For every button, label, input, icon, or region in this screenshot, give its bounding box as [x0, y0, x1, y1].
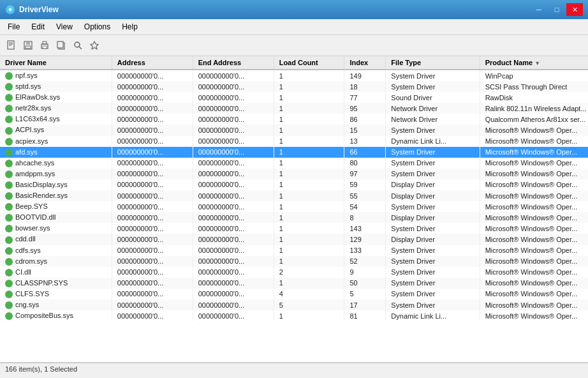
- menu-file[interactable]: File: [3, 20, 25, 33]
- table-row[interactable]: CLASSPNP.SYS000000000'0...000000000'0...…: [0, 278, 588, 289]
- menu-help[interactable]: Help: [117, 20, 143, 33]
- cell-loadCount: 1: [274, 223, 344, 234]
- cell-productName: Microsoft® Windows® Oper...: [480, 201, 588, 212]
- table-row[interactable]: BOOTVID.dll000000000'0...000000000'0...1…: [0, 212, 588, 223]
- col-header-product-name[interactable]: Product Name ▼: [480, 56, 588, 70]
- app-icon: [5, 4, 15, 15]
- cell-index: 95: [344, 103, 386, 114]
- cell-loadCount: 5: [274, 299, 344, 310]
- cell-endAddress: 000000000'0...: [193, 310, 274, 321]
- col-header-end-address[interactable]: End Address: [193, 56, 274, 70]
- cell-index: 8: [344, 212, 386, 223]
- maximize-button[interactable]: □: [548, 3, 565, 16]
- cell-productName: Microsoft® Windows® Oper...: [480, 234, 588, 245]
- row-status-icon: [5, 181, 13, 189]
- cell-address: 000000000'0...: [112, 299, 193, 310]
- col-header-load-count[interactable]: Load Count: [274, 56, 344, 70]
- table-row[interactable]: L1C63x64.sys000000000'0...000000000'0...…: [0, 114, 588, 125]
- cell-index: 81: [344, 310, 386, 321]
- toolbar-star[interactable]: [87, 38, 102, 53]
- cell-name: ACPI.sys: [0, 125, 112, 135]
- toolbar-save[interactable]: [20, 38, 36, 53]
- cell-address: 000000000'0...: [112, 169, 193, 179]
- cell-name: L1C63x64.sys: [0, 114, 112, 125]
- menu-edit[interactable]: Edit: [26, 20, 50, 33]
- toolbar-copy[interactable]: [54, 38, 69, 53]
- table-row[interactable]: BasicRender.sys000000000'0...000000000'0…: [0, 190, 588, 201]
- toolbar-search[interactable]: [70, 38, 85, 53]
- cell-index: 13: [344, 136, 386, 147]
- table-row[interactable]: bowser.sys000000000'0...000000000'0...11…: [0, 223, 588, 234]
- cell-address: 000000000'0...: [112, 158, 193, 169]
- table-row[interactable]: cdrom.sys000000000'0...000000000'0...152…: [0, 256, 588, 267]
- cell-endAddress: 000000000'0...: [193, 212, 274, 223]
- cell-index: 97: [344, 169, 386, 179]
- cell-name: CLFS.SYS: [0, 289, 112, 299]
- table-container[interactable]: Driver Name Address End Address Load Cou…: [0, 56, 588, 363]
- cell-loadCount: 1: [274, 179, 344, 190]
- cell-address: 000000000'0...: [112, 234, 193, 245]
- row-status-icon: [5, 149, 13, 156]
- cell-fileType: System Driver: [386, 256, 480, 267]
- cell-fileType: System Driver: [386, 125, 480, 135]
- cell-name: CLASSPNP.SYS: [0, 278, 112, 289]
- row-status-icon: [5, 225, 13, 232]
- row-status-icon: [5, 280, 13, 287]
- table-row[interactable]: sptd.sys000000000'0...000000000'0...118S…: [0, 81, 588, 92]
- col-header-index[interactable]: Index: [344, 56, 386, 70]
- row-status-icon: [5, 127, 13, 135]
- title-bar: DriverView ─ □ ✕: [0, 0, 588, 19]
- table-row[interactable]: CI.dll000000000'0...000000000'0...29Syst…: [0, 267, 588, 278]
- cell-address: 000000000'0...: [112, 223, 193, 234]
- cell-endAddress: 000000000'0...: [193, 125, 274, 135]
- cell-name: CI.dll: [0, 267, 112, 278]
- table-row[interactable]: CLFS.SYS000000000'0...000000000'0...45Sy…: [0, 289, 588, 299]
- cell-loadCount: 1: [274, 201, 344, 212]
- cell-index: 77: [344, 92, 386, 103]
- table-row[interactable]: ElRawDsk.sys000000000'0...000000000'0...…: [0, 92, 588, 103]
- toolbar-new[interactable]: [4, 38, 19, 53]
- cell-address: 000000000'0...: [112, 125, 193, 135]
- cell-endAddress: 000000000'0...: [193, 289, 274, 299]
- close-button[interactable]: ✕: [566, 3, 583, 16]
- cell-loadCount: 1: [274, 81, 344, 92]
- col-header-file-type[interactable]: File Type: [386, 56, 480, 70]
- cell-address: 000000000'0...: [112, 81, 193, 92]
- table-row[interactable]: CompositeBus.sys000000000'0...000000000'…: [0, 310, 588, 321]
- cell-loadCount: 1: [274, 136, 344, 147]
- table-body: npf.sys000000000'0...000000000'0...1149S…: [0, 70, 588, 321]
- cell-name: Beep.SYS: [0, 201, 112, 212]
- cell-name: cdd.dll: [0, 234, 112, 245]
- cell-productName: Microsoft® Windows® Oper...: [480, 212, 588, 223]
- cell-fileType: Network Driver: [386, 114, 480, 125]
- cell-address: 000000000'0...: [112, 70, 193, 81]
- table-row[interactable]: cng.sys000000000'0...000000000'0...517Sy…: [0, 299, 588, 310]
- table-row[interactable]: acpiex.sys000000000'0...000000000'0...11…: [0, 136, 588, 147]
- table-row[interactable]: ahcache.sys000000000'0...000000000'0...1…: [0, 158, 588, 169]
- cell-name: sptd.sys: [0, 81, 112, 92]
- toolbar-print[interactable]: [37, 38, 52, 53]
- table-row[interactable]: netr28x.sys000000000'0...000000000'0...1…: [0, 103, 588, 114]
- minimize-button[interactable]: ─: [531, 3, 547, 16]
- table-row[interactable]: BasicDisplay.sys000000000'0...000000000'…: [0, 179, 588, 190]
- col-header-address[interactable]: Address: [112, 56, 193, 70]
- table-row[interactable]: Beep.SYS000000000'0...000000000'0...154S…: [0, 201, 588, 212]
- row-status-icon: [5, 160, 13, 167]
- cell-address: 000000000'0...: [112, 310, 193, 321]
- table-row[interactable]: cdd.dll000000000'0...000000000'0...1129D…: [0, 234, 588, 245]
- table-header: Driver Name Address End Address Load Cou…: [0, 56, 588, 70]
- cell-productName: Ralink 802.11n Wireless Adapt...: [480, 103, 588, 114]
- cell-loadCount: 1: [274, 169, 344, 179]
- cell-index: 59: [344, 179, 386, 190]
- table-row[interactable]: cdfs.sys000000000'0...000000000'0...1133…: [0, 245, 588, 256]
- table-row[interactable]: npf.sys000000000'0...000000000'0...1149S…: [0, 70, 588, 81]
- cell-fileType: System Driver: [386, 169, 480, 179]
- cell-index: 86: [344, 114, 386, 125]
- table-row[interactable]: amdppm.sys000000000'0...000000000'0...19…: [0, 169, 588, 179]
- menu-options[interactable]: Options: [79, 20, 115, 33]
- menu-view[interactable]: View: [51, 20, 78, 33]
- cell-fileType: System Driver: [386, 223, 480, 234]
- table-row[interactable]: ACPI.sys000000000'0...000000000'0...115S…: [0, 125, 588, 135]
- table-row[interactable]: afd.sys000000000'0...000000000'0...166Sy…: [0, 147, 588, 158]
- col-header-name[interactable]: Driver Name: [0, 56, 112, 70]
